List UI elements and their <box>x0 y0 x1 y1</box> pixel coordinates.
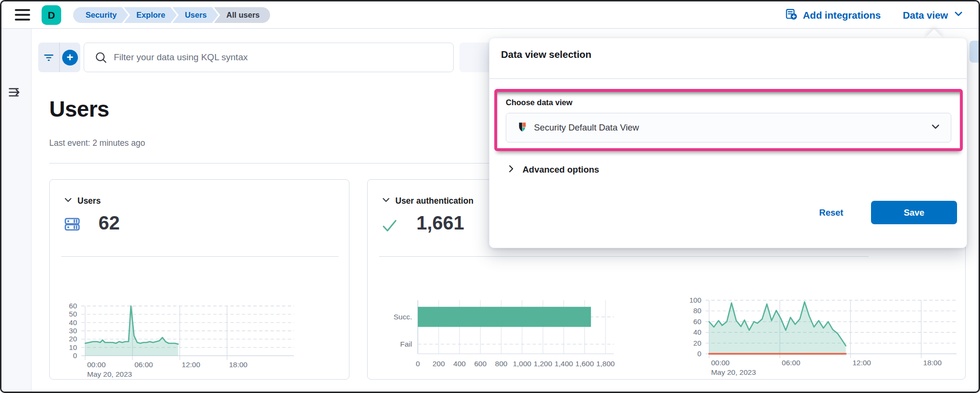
chevron-right-icon <box>507 164 515 175</box>
svg-text:200: 200 <box>433 360 445 368</box>
reset-button[interactable]: Reset <box>819 207 843 218</box>
last-event-label: Last event: 2 minutes ago <box>49 138 145 148</box>
svg-text:60: 60 <box>69 302 77 310</box>
svg-text:1,000: 1,000 <box>513 360 532 368</box>
choose-data-view-label: Choose data view <box>506 98 572 107</box>
chevron-down-icon <box>64 196 72 206</box>
svg-text:0: 0 <box>416 360 420 368</box>
search-icon <box>95 51 108 66</box>
kql-search-input[interactable] <box>114 43 448 72</box>
svg-text:Succ.: Succ. <box>393 313 412 321</box>
users-card-header[interactable]: Users <box>64 196 101 206</box>
svg-text:06:00: 06:00 <box>134 360 153 369</box>
breadcrumb-all-users: All users <box>214 7 271 23</box>
annotation-highlight-box: Choose data view Security Default Data V… <box>494 89 963 151</box>
svg-text:60: 60 <box>693 317 701 326</box>
check-icon <box>381 217 398 236</box>
filter-button[interactable] <box>38 43 59 72</box>
svg-text:0: 0 <box>73 351 77 360</box>
divider <box>379 256 869 257</box>
collapsed-sidebar <box>1 29 32 393</box>
svg-text:May 20, 2023: May 20, 2023 <box>87 370 132 378</box>
kql-search-bar <box>84 43 454 72</box>
expand-nav-icon[interactable] <box>8 85 22 99</box>
svg-text:Fail: Fail <box>400 340 412 348</box>
chevron-down-icon <box>382 196 390 206</box>
svg-text:40: 40 <box>693 328 701 336</box>
add-filter-button[interactable]: + <box>59 43 80 72</box>
svg-text:30: 30 <box>69 327 77 335</box>
svg-text:1,200: 1,200 <box>534 360 552 368</box>
divider <box>490 78 967 79</box>
users-kpi-card: Users 62 010203040506000:0006:0012:0018:… <box>49 179 349 380</box>
page-title: Users <box>49 96 109 122</box>
auth-success-count: 1,661 <box>416 212 464 234</box>
svg-text:20: 20 <box>693 339 701 347</box>
users-area-chart: 010203040506000:0006:0012:0018:00May 20,… <box>56 297 298 380</box>
top-header: D Security Explore Users All users Add i… <box>1 1 979 29</box>
filter-group: + <box>38 43 80 72</box>
svg-text:20: 20 <box>69 335 77 343</box>
svg-text:18:00: 18:00 <box>229 360 248 369</box>
auth-card-header[interactable]: User authentication <box>382 196 473 206</box>
space-avatar[interactable]: D <box>42 5 61 25</box>
svg-text:18:00: 18:00 <box>923 359 942 367</box>
add-integrations-icon <box>785 8 797 22</box>
storage-icon <box>63 215 81 235</box>
svg-text:0: 0 <box>697 349 701 358</box>
svg-text:40: 40 <box>69 318 77 327</box>
svg-text:80: 80 <box>693 306 701 315</box>
users-count: 62 <box>98 212 120 234</box>
svg-text:100: 100 <box>689 296 701 304</box>
svg-text:12:00: 12:00 <box>852 359 871 367</box>
chevron-down-icon <box>954 9 963 21</box>
add-integrations-button[interactable]: Add integrations <box>785 8 881 22</box>
update-button-fragment[interactable] <box>969 41 980 63</box>
header-actions: Add integrations Data view <box>785 1 963 29</box>
breadcrumb-security[interactable]: Security <box>73 7 128 23</box>
app-window: D Security Explore Users All users Add i… <box>0 0 980 393</box>
security-shield-icon <box>517 121 528 134</box>
plus-icon: + <box>62 50 78 66</box>
auth-bar-chart: 02004006008001,0001,2001,4001,6001,800Su… <box>384 296 633 379</box>
breadcrumb-explore[interactable]: Explore <box>124 7 177 23</box>
divider <box>61 256 338 257</box>
svg-text:1,600: 1,600 <box>576 360 594 368</box>
svg-text:00:00: 00:00 <box>711 359 730 367</box>
popover-actions: Reset Save <box>819 201 957 224</box>
svg-text:1,400: 1,400 <box>555 360 573 368</box>
svg-text:10: 10 <box>69 343 77 351</box>
svg-text:06:00: 06:00 <box>782 359 800 367</box>
breadcrumb-users[interactable]: Users <box>173 7 218 23</box>
svg-text:50: 50 <box>69 310 77 318</box>
svg-text:1,800: 1,800 <box>596 360 615 368</box>
advanced-options-toggle[interactable]: Advanced options <box>507 164 599 175</box>
data-view-selection-popover: Data view selection Choose data view Sec… <box>489 38 967 248</box>
save-button[interactable]: Save <box>871 201 957 224</box>
svg-text:600: 600 <box>474 360 487 368</box>
svg-text:May 20, 2023: May 20, 2023 <box>711 368 756 376</box>
popover-title: Data view selection <box>501 49 591 60</box>
chevron-down-icon <box>931 122 940 133</box>
svg-text:00:00: 00:00 <box>87 360 106 369</box>
data-view-select[interactable]: Security Default Data View <box>506 113 951 142</box>
auth-area-chart: 02040608010000:0006:0012:0018:00May 20, … <box>674 296 960 379</box>
menu-icon[interactable] <box>15 9 30 21</box>
svg-text:800: 800 <box>495 360 508 368</box>
svg-text:400: 400 <box>453 360 466 368</box>
data-view-button[interactable]: Data view <box>903 9 963 21</box>
breadcrumb: Security Explore Users All users <box>73 7 270 23</box>
svg-text:12:00: 12:00 <box>182 360 200 369</box>
